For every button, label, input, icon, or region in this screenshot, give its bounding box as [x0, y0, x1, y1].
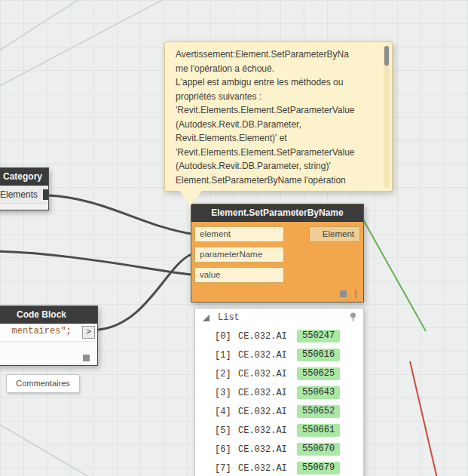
warning-tooltip-text: Avertissement:Element.SetParameterByNa m… — [176, 48, 375, 188]
port-row-elements: Elements — [0, 186, 48, 204]
node-code-block-header[interactable]: Code Block — [0, 306, 97, 324]
list-row-value: 550670 — [297, 443, 340, 456]
list-row-label: CE.032.AI — [238, 369, 287, 379]
background-grid-line — [0, 0, 179, 91]
node-set-parameter-body: element parameterName value Element — [191, 222, 363, 302]
preview-toggle-icon[interactable] — [83, 355, 90, 361]
list-row-index: [0] — [215, 331, 231, 342]
code-block-output-port[interactable]: > — [82, 326, 95, 339]
list-row: [7] CE.032.AI 550679 — [195, 460, 363, 476]
tooltip-scrollbar[interactable] — [384, 45, 390, 188]
list-row-value: 550247 — [297, 330, 340, 342]
wire-codeblock-to-parametername[interactable] — [99, 254, 191, 330]
list-row-value: 550661 — [297, 424, 340, 437]
node-category-header[interactable]: Category — [0, 168, 48, 186]
expander-icon[interactable] — [203, 315, 210, 322]
node-set-parameter-header[interactable]: Element.SetParameterByName — [191, 204, 363, 222]
tooltip-scrollbar-thumb[interactable] — [384, 46, 389, 66]
wire-left-to-value[interactable] — [0, 251, 191, 275]
list-row: [1] CE.032.AI 550616 — [195, 347, 363, 366]
list-rows-container: [0] CE.032.AI 550247 [1] CE.032.AI 55061… — [195, 328, 363, 476]
list-row-label: CE.032.AI — [238, 331, 287, 342]
background-grid-line — [0, 419, 109, 476]
list-row-index: [5] — [215, 425, 231, 436]
list-row-label: CE.032.AI — [238, 425, 287, 436]
list-row: [4] CE.032.AI 550652 — [195, 404, 363, 422]
list-title: List — [218, 312, 240, 323]
node-code-block[interactable]: Code Block mentaires"; > — [0, 306, 98, 366]
wire-elements-to-element[interactable] — [48, 195, 191, 234]
output-port-elements-label: Elements — [0, 189, 38, 200]
list-row-value: 550679 — [297, 462, 340, 474]
list-row-label: CE.032.AI — [238, 407, 287, 417]
list-row-label: CE.032.AI — [238, 463, 287, 474]
list-row-index: [3] — [215, 388, 231, 398]
list-row-label: CE.032.AI — [238, 444, 287, 455]
list-row-index: [6] — [215, 444, 231, 455]
list-row-value: 550616 — [297, 349, 340, 361]
list-preview-header: List — [195, 309, 363, 328]
input-port-parametername[interactable]: parameterName — [194, 247, 284, 263]
code-block-preview-bubble[interactable]: Commentaires — [6, 374, 80, 393]
output-port-elements-connector[interactable] — [43, 189, 48, 200]
list-row-label: CE.032.AI — [238, 350, 287, 361]
node-category[interactable]: Category Elements — [0, 167, 49, 210]
input-port-element[interactable]: element — [194, 226, 284, 242]
list-row: [2] CE.032.AI 550625 — [195, 366, 363, 385]
warning-tooltip: Avertissement:Element.SetParameterByNa m… — [164, 41, 393, 192]
code-block-text[interactable]: mentaires"; — [12, 326, 77, 336]
list-row-value: 550643 — [297, 386, 340, 399]
list-row: [6] CE.032.AI 550670 — [195, 441, 363, 460]
dynamo-canvas[interactable]: Category Elements Element.SetParameterBy… — [0, 0, 468, 476]
list-row: [5] CE.032.AI 550661 — [195, 422, 363, 441]
node-resize-handle-icon[interactable] — [355, 290, 356, 298]
green-axis-line — [361, 216, 426, 331]
list-row-index: [4] — [215, 407, 231, 417]
list-row: [0] CE.032.AI 550247 — [195, 328, 363, 347]
list-row: [3] CE.032.AI 550643 — [195, 385, 363, 404]
pin-icon[interactable] — [349, 312, 357, 322]
background-grid-line — [0, 0, 92, 56]
list-row-value: 550652 — [297, 405, 340, 418]
list-row-index: [2] — [215, 369, 231, 379]
red-axis-line — [410, 361, 437, 476]
code-block-row: mentaires"; > — [0, 324, 97, 342]
output-port-element[interactable]: Element — [309, 226, 360, 242]
preview-toggle-icon[interactable] — [340, 290, 347, 297]
warning-tooltip-tail — [179, 191, 202, 205]
list-row-index: [1] — [215, 350, 231, 361]
list-row-index: [7] — [215, 463, 231, 474]
list-row-label: CE.032.AI — [238, 388, 287, 398]
node-set-parameter-by-name[interactable]: Element.SetParameterByName element param… — [191, 204, 364, 302]
list-preview-panel[interactable]: List [0] CE.032.AI 550247 [1] CE.032.AI … — [194, 308, 364, 476]
list-row-value: 550625 — [297, 367, 340, 380]
input-port-value[interactable]: value — [194, 267, 284, 283]
